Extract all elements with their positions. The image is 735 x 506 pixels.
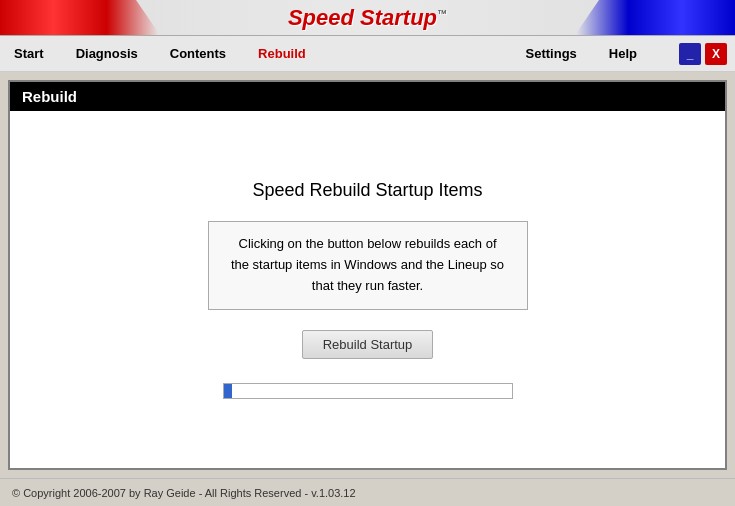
app-title: Speed Startup™ (288, 5, 447, 31)
menu-bar: Start Diagnosis Contents Rebuild Setting… (0, 36, 735, 72)
trademark-symbol: ™ (437, 7, 447, 18)
title-text: Speed Startup (288, 5, 437, 30)
title-bar: Speed Startup™ (0, 0, 735, 36)
progress-bar-fill (224, 384, 232, 398)
left-menu-group: Start Diagnosis Contents Rebuild (8, 42, 312, 65)
right-menu-group: Settings Help _ X (520, 42, 727, 65)
menu-diagnosis[interactable]: Diagnosis (70, 42, 144, 65)
menu-start[interactable]: Start (8, 42, 50, 65)
section-title: Speed Rebuild Startup Items (252, 180, 482, 201)
panel-header-label: Rebuild (22, 88, 77, 105)
progress-bar-container (223, 383, 513, 399)
menu-rebuild[interactable]: Rebuild (252, 42, 312, 65)
footer: © Copyright 2006-2007 by Ray Geide - All… (0, 478, 735, 506)
content-panel: Rebuild Speed Rebuild Startup Items Clic… (8, 80, 727, 470)
main-area: Rebuild Speed Rebuild Startup Items Clic… (8, 80, 727, 470)
close-button[interactable]: X (705, 43, 727, 65)
minimize-button[interactable]: _ (679, 43, 701, 65)
window-controls: _ X (679, 43, 727, 65)
menu-contents[interactable]: Contents (164, 42, 232, 65)
rebuild-startup-button[interactable]: Rebuild Startup (302, 330, 434, 359)
description-box: Clicking on the button below rebuilds ea… (208, 221, 528, 309)
menu-help[interactable]: Help (603, 42, 643, 65)
panel-body: Speed Rebuild Startup Items Clicking on … (10, 111, 725, 468)
menu-settings[interactable]: Settings (520, 42, 583, 65)
copyright-text: © Copyright 2006-2007 by Ray Geide - All… (12, 487, 356, 499)
panel-header: Rebuild (10, 82, 725, 111)
